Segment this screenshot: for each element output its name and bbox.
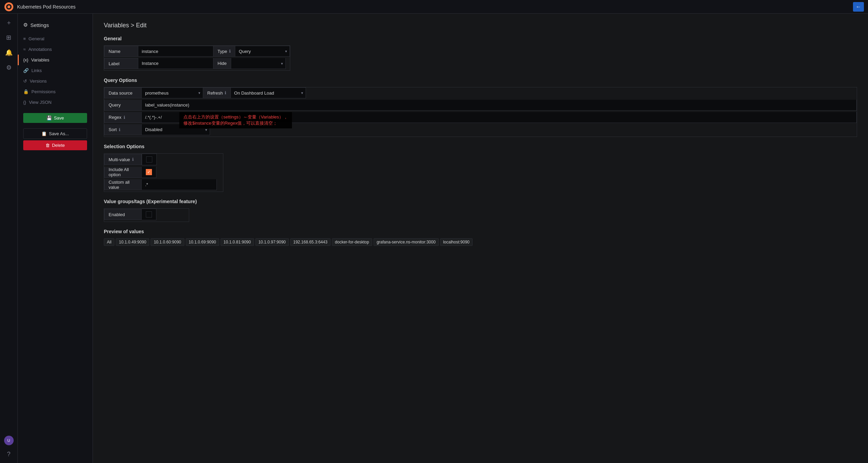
- type-select-wrapper: Query Custom Constant: [235, 46, 290, 57]
- sort-info-icon: ℹ: [119, 127, 121, 132]
- include-all-checkbox[interactable]: [146, 169, 152, 175]
- type-label: Type ℹ: [213, 46, 235, 57]
- page-title: Variables > Edit: [104, 22, 857, 29]
- topbar-left: Kubernetes Pod Resources: [4, 2, 75, 12]
- annotations-icon: ≈: [23, 47, 26, 52]
- refresh-select-wrapper: On Dashboard Load On Time Range Change N…: [231, 87, 306, 98]
- preview-section: Preview of values All 10.1.0.49:9090 10.…: [104, 229, 857, 246]
- label-label: Label: [104, 58, 138, 69]
- type-select[interactable]: Query Custom Constant: [235, 46, 290, 57]
- general-section-title: General: [104, 36, 857, 41]
- sidebar-item-versions[interactable]: ↺ Versions: [18, 76, 93, 86]
- multivalue-row: Multi-value ℹ: [104, 154, 223, 165]
- enabled-row: Enabled: [104, 209, 189, 220]
- query-options-title: Query Options: [104, 78, 857, 83]
- sort-row: Sort ℹ Disabled Alphabetical (asc) Alpha…: [104, 124, 857, 135]
- dashboard-title: Kubernetes Pod Resources: [17, 4, 75, 10]
- sidebar-item-variables[interactable]: {x} Variables: [18, 55, 93, 65]
- sidebar-item-annotations[interactable]: ≈ Annotations: [18, 44, 93, 55]
- sidebar-item-general[interactable]: ≡ General: [18, 33, 93, 44]
- refresh-select[interactable]: On Dashboard Load On Time Range Change N…: [231, 87, 306, 98]
- refresh-label: Refresh ℹ: [203, 87, 231, 98]
- sidebar-item-viewjson[interactable]: {} View JSON: [18, 97, 93, 108]
- hide-label: Hide: [213, 58, 231, 69]
- hide-select[interactable]: Label Variable: [231, 58, 286, 69]
- rail-add-icon[interactable]: ＋: [3, 16, 15, 29]
- multivalue-checkbox[interactable]: [146, 156, 152, 163]
- rail-bell-icon[interactable]: 🔔: [3, 46, 15, 59]
- datasource-select[interactable]: prometheus: [142, 87, 203, 98]
- preview-tag-7: grafana-service.ns-monitor:3000: [374, 238, 439, 246]
- multivalue-label: Multi-value ℹ: [104, 154, 142, 165]
- rail-help-icon[interactable]: ?: [3, 448, 15, 460]
- enabled-checkbox[interactable]: [146, 211, 152, 218]
- avatar[interactable]: U: [4, 436, 14, 445]
- name-row: Name Type ℹ Query Custom Constant: [104, 46, 290, 57]
- include-all-row: Include All option: [104, 167, 223, 178]
- selection-options-section: Selection Options Multi-value ℹ Include …: [104, 144, 857, 192]
- enabled-label: Enabled: [104, 209, 142, 220]
- query-input[interactable]: [142, 100, 857, 111]
- label-row: Label Hide Label Variable: [104, 58, 290, 69]
- preview-tag-all: All: [104, 238, 114, 246]
- rail-gear-icon[interactable]: ⚙: [3, 61, 15, 74]
- viewjson-icon: {}: [23, 100, 26, 105]
- preview-tags: All 10.1.0.49:9090 10.1.0.60:9090 10.1.0…: [104, 238, 857, 246]
- enabled-checkbox-wrapper: [142, 209, 156, 220]
- custom-all-input[interactable]: [142, 179, 217, 190]
- sort-select-wrapper: Disabled Alphabetical (asc) Alphabetical…: [142, 124, 210, 135]
- sort-select[interactable]: Disabled Alphabetical (asc) Alphabetical…: [142, 124, 210, 135]
- regex-info-icon: ℹ: [124, 115, 125, 120]
- query-label: Query: [104, 100, 142, 111]
- preview-title: Preview of values: [104, 229, 857, 234]
- preview-tag-8: localhost:9090: [440, 238, 473, 246]
- value-groups-section: Value groups/tags (Experimental feature)…: [104, 199, 857, 222]
- variables-icon: {x}: [23, 57, 28, 62]
- save-button[interactable]: 💾 Save: [23, 113, 87, 123]
- value-groups-title: Value groups/tags (Experimental feature): [104, 199, 857, 204]
- type-info-icon: ℹ: [229, 49, 231, 54]
- sidebar-item-permissions[interactable]: 🔒 Permissions: [18, 86, 93, 97]
- datasource-row: Data source prometheus Refresh ℹ On Dash…: [104, 87, 857, 98]
- back-button[interactable]: ←: [853, 2, 864, 12]
- custom-all-row: Custom all value: [104, 179, 223, 190]
- sort-label: Sort ℹ: [104, 124, 142, 135]
- regex-input[interactable]: [142, 112, 857, 123]
- main-layout: ＋ ⊞ 🔔 ⚙ U ? ⚙ Settings ≡ General ≈ Annot…: [0, 14, 868, 463]
- preview-tag-4: 10.1.0.97:9090: [255, 238, 289, 246]
- links-icon: 🔗: [23, 68, 29, 73]
- regex-label: Regex ℹ: [104, 112, 142, 123]
- datasource-label: Data source: [104, 87, 142, 98]
- topbar-right: ←: [853, 2, 864, 12]
- trash-icon: 🗑: [45, 143, 50, 148]
- preview-tag-2: 10.1.0.69:9090: [186, 238, 219, 246]
- gear-icon: ⚙: [23, 22, 28, 28]
- delete-button[interactable]: 🗑 Delete: [23, 140, 87, 150]
- datasource-select-wrapper: prometheus: [142, 87, 203, 98]
- query-row: Query: [104, 100, 857, 111]
- preview-tag-0: 10.1.0.49:9090: [116, 238, 149, 246]
- multivalue-checkbox-wrapper: [142, 154, 157, 165]
- sidebar: ⚙ Settings ≡ General ≈ Annotations {x} V…: [18, 14, 93, 463]
- name-label: Name: [104, 46, 138, 57]
- svg-point-2: [8, 5, 10, 8]
- preview-tag-1: 10.1.0.60:9090: [151, 238, 184, 246]
- topbar: Kubernetes Pod Resources ←: [0, 0, 868, 14]
- grafana-logo-icon: [4, 2, 14, 12]
- save-as-button[interactable]: 📋 Save As...: [23, 128, 87, 139]
- selection-options-title: Selection Options: [104, 144, 857, 149]
- permissions-icon: 🔒: [23, 89, 29, 94]
- preview-tag-3: 10.1.0.81:9090: [221, 238, 254, 246]
- sidebar-item-links[interactable]: 🔗 Links: [18, 65, 93, 76]
- rail-dashboard-icon[interactable]: ⊞: [3, 31, 15, 44]
- multivalue-info-icon: ℹ: [132, 157, 134, 162]
- general-icon: ≡: [23, 36, 26, 41]
- query-options-section: Query Options Data source prometheus Ref…: [104, 78, 857, 137]
- label-input[interactable]: [138, 58, 213, 69]
- preview-tag-5: 192.168.65.3:6443: [290, 238, 331, 246]
- sidebar-title: ⚙ Settings: [18, 19, 93, 31]
- preview-tag-6: docker-for-desktop: [332, 238, 372, 246]
- name-input[interactable]: [138, 46, 213, 57]
- hide-select-wrapper: Label Variable: [231, 58, 286, 69]
- regex-row: Regex ℹ 点击右上方的设置（settings）～变量（Variables）…: [104, 112, 857, 123]
